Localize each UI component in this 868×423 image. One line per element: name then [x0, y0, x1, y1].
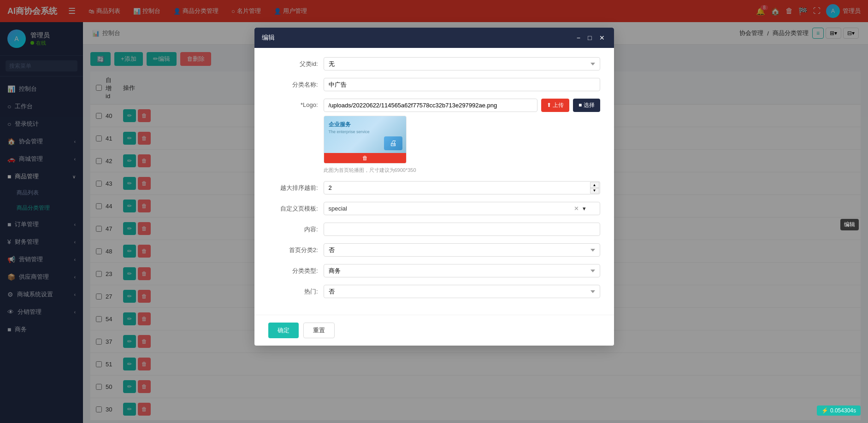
- form-row-hot: 热门: 否 是: [268, 285, 600, 298]
- label-category-type: 分类类型:: [268, 264, 324, 275]
- label-template: 自定义页模板:: [268, 202, 324, 213]
- label-content: 内容:: [268, 223, 324, 234]
- control-category-type: 商务 商务: [324, 264, 600, 277]
- control-hot: 否 是: [324, 285, 600, 298]
- modal-close-btn[interactable]: ✕: [597, 33, 607, 42]
- clear-template-btn[interactable]: ✕: [574, 205, 579, 212]
- lightning-icon: ⚡: [821, 407, 828, 414]
- form-row-logo: *Logo: ⬆ 上传 ■ 选择: [268, 99, 600, 174]
- upload-icon: ⬆: [547, 102, 551, 108]
- image-delete-btn[interactable]: 🗑: [324, 153, 406, 163]
- dropdown-icon: ▾: [583, 205, 586, 212]
- form-row-sort: 越大排序越前: ▲ ▼: [268, 181, 600, 194]
- upload-btn[interactable]: ⬆ 上传: [541, 99, 569, 112]
- timer-value: 0.054304s: [830, 407, 856, 414]
- control-template: special ✕ ▾: [324, 202, 600, 215]
- control-logo: ⬆ 上传 ■ 选择 企业服务 The enterprise service 🖨: [324, 99, 600, 174]
- label-homepage-cat2: 首页分类2:: [268, 243, 324, 254]
- input-sort[interactable]: [324, 181, 600, 194]
- form-row-category-type: 分类类型: 商务 商务: [268, 264, 600, 277]
- form-row-category-name: 分类名称:: [268, 78, 600, 91]
- edit-modal: 编辑 − □ ✕ 父类id: 无 分类名称:: [254, 28, 614, 346]
- confirm-button[interactable]: 确定: [268, 323, 299, 338]
- modal-minimize-btn[interactable]: −: [575, 33, 582, 42]
- reset-button[interactable]: 重置: [303, 323, 335, 338]
- modal-overlay: 编辑 − □ ✕ 父类id: 无 分类名称:: [0, 0, 868, 423]
- modal-header: 编辑 − □ ✕: [254, 28, 614, 48]
- control-category-name: [324, 78, 600, 91]
- sort-input-wrap: ▲ ▼: [324, 181, 600, 194]
- template-select-display[interactable]: special ✕ ▾: [324, 202, 600, 215]
- spinner-up[interactable]: ▲: [590, 182, 599, 188]
- select-parent-id[interactable]: 无: [324, 57, 600, 70]
- form-row-content: 内容:: [268, 223, 600, 236]
- select-hot[interactable]: 否 是: [324, 285, 600, 298]
- image-hint: 此图为首页轮播图，尺寸建议为6900*350: [324, 167, 600, 174]
- preview-image: 企业服务 The enterprise service 🖨: [324, 116, 407, 153]
- preview-service-text: The enterprise service: [329, 129, 370, 134]
- modal-footer: 确定 重置: [254, 315, 614, 346]
- input-content[interactable]: [324, 223, 600, 236]
- label-sort: 越大排序越前:: [268, 181, 324, 192]
- template-select-actions: ✕ ▾: [574, 205, 586, 212]
- logo-input-row: ⬆ 上传 ■ 选择: [324, 99, 600, 112]
- input-category-name[interactable]: [324, 78, 600, 91]
- modal-header-actions: − □ ✕: [575, 33, 607, 42]
- image-preview: 企业服务 The enterprise service 🖨 🗑: [324, 116, 407, 164]
- spinner-down[interactable]: ▼: [590, 188, 599, 194]
- input-logo-path[interactable]: [324, 99, 537, 112]
- edit-tooltip: 编辑: [840, 219, 859, 230]
- preview-enterprise-text: 企业服务: [329, 121, 351, 129]
- control-homepage-cat2: 否 是: [324, 243, 600, 257]
- preview-graphic: 🖨: [384, 136, 402, 150]
- custom-select-template: special ✕ ▾: [324, 202, 600, 215]
- modal-maximize-btn[interactable]: □: [586, 33, 593, 42]
- control-parent-id: 无: [324, 57, 600, 70]
- select-logo-btn[interactable]: ■ 选择: [573, 99, 600, 112]
- label-hot: 热门:: [268, 285, 324, 296]
- label-parent-id: 父类id:: [268, 57, 324, 68]
- select-category-type[interactable]: 商务 商务: [324, 264, 600, 277]
- label-logo: *Logo:: [268, 99, 324, 108]
- control-content: [324, 223, 600, 236]
- select-icon: ■: [579, 102, 582, 108]
- modal-title: 编辑: [262, 34, 275, 42]
- modal-body: 父类id: 无 分类名称: *Logo:: [254, 48, 614, 315]
- select-homepage-cat2[interactable]: 否 是: [324, 243, 600, 257]
- label-category-name: 分类名称:: [268, 78, 324, 89]
- timer-badge: ⚡ 0.054304s: [817, 405, 861, 416]
- num-spinners: ▲ ▼: [590, 182, 599, 194]
- form-row-parent-id: 父类id: 无: [268, 57, 600, 70]
- form-row-template: 自定义页模板: special ✕ ▾: [268, 202, 600, 215]
- template-value: special: [329, 205, 347, 212]
- form-row-homepage-cat2: 首页分类2: 否 是: [268, 243, 600, 257]
- control-sort: ▲ ▼: [324, 181, 600, 194]
